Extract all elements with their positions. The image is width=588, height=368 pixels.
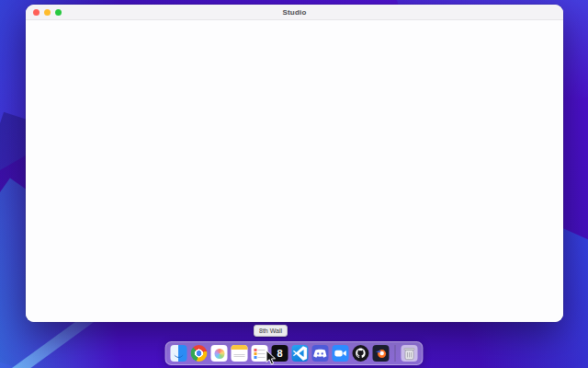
notes-icon[interactable] [232,345,248,362]
window-title: Studio [26,8,563,17]
photos-icon[interactable] [211,345,228,362]
vscode-logo-shape [292,345,309,362]
blender-logo-shape [373,345,390,362]
desktop-wallpaper: Studio 8th Wall 8 [0,0,588,368]
chrome-icon[interactable] [191,345,208,362]
zoom-icon[interactable] [333,345,349,362]
window-titlebar[interactable]: Studio [26,5,563,20]
discord-logo-shape [312,345,329,362]
discord-icon[interactable] [312,345,329,362]
github-octocat-shape [353,345,369,362]
dock: 8 [165,341,424,365]
trash-icon[interactable] [401,345,418,362]
zoom-camera-shape [333,345,349,362]
reminders-icon[interactable] [252,345,268,362]
dock-divider [395,345,396,362]
window-content [26,20,563,322]
github-icon[interactable] [353,345,369,362]
8thwall-glyph: 8 [277,348,282,359]
vscode-icon[interactable] [292,345,309,362]
dock-tooltip: 8th Wall [254,325,288,337]
finder-icon[interactable] [171,345,187,362]
studio-window: Studio [26,5,563,322]
blender-icon[interactable] [373,345,390,362]
8thwall-icon[interactable]: 8 [272,345,288,362]
trash-can-shape [401,345,418,362]
